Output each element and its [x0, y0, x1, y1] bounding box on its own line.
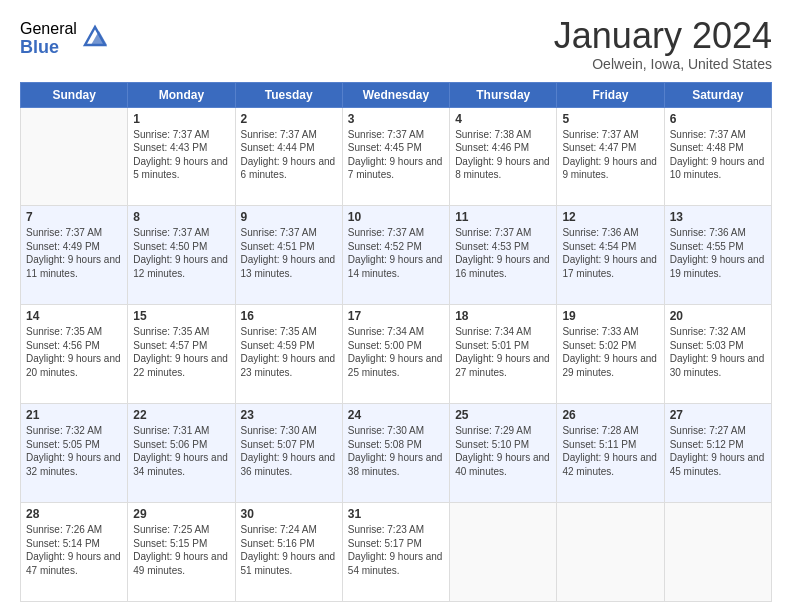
calendar-cell: 13Sunrise: 7:36 AMSunset: 4:55 PMDayligh…	[664, 206, 771, 305]
calendar-header-thursday: Thursday	[450, 82, 557, 107]
logo-blue: Blue	[20, 38, 77, 58]
calendar-cell: 22Sunrise: 7:31 AMSunset: 5:06 PMDayligh…	[128, 404, 235, 503]
day-info: Sunrise: 7:34 AMSunset: 5:00 PMDaylight:…	[348, 325, 444, 379]
calendar-cell: 19Sunrise: 7:33 AMSunset: 5:02 PMDayligh…	[557, 305, 664, 404]
calendar-cell: 26Sunrise: 7:28 AMSunset: 5:11 PMDayligh…	[557, 404, 664, 503]
day-number: 23	[241, 408, 337, 422]
day-info: Sunrise: 7:23 AMSunset: 5:17 PMDaylight:…	[348, 523, 444, 577]
subtitle: Oelwein, Iowa, United States	[554, 56, 772, 72]
day-number: 21	[26, 408, 122, 422]
day-number: 19	[562, 309, 658, 323]
day-info: Sunrise: 7:24 AMSunset: 5:16 PMDaylight:…	[241, 523, 337, 577]
day-info: Sunrise: 7:37 AMSunset: 4:49 PMDaylight:…	[26, 226, 122, 280]
calendar-cell	[664, 503, 771, 602]
day-info: Sunrise: 7:37 AMSunset: 4:47 PMDaylight:…	[562, 128, 658, 182]
calendar-week-row: 28Sunrise: 7:26 AMSunset: 5:14 PMDayligh…	[21, 503, 772, 602]
header: General Blue January 2024 Oelwein, Iowa,…	[20, 16, 772, 72]
day-info: Sunrise: 7:35 AMSunset: 4:57 PMDaylight:…	[133, 325, 229, 379]
day-number: 12	[562, 210, 658, 224]
day-number: 29	[133, 507, 229, 521]
calendar-cell: 7Sunrise: 7:37 AMSunset: 4:49 PMDaylight…	[21, 206, 128, 305]
calendar-cell	[557, 503, 664, 602]
calendar-cell	[450, 503, 557, 602]
calendar-cell: 12Sunrise: 7:36 AMSunset: 4:54 PMDayligh…	[557, 206, 664, 305]
day-number: 31	[348, 507, 444, 521]
main-title: January 2024	[554, 16, 772, 56]
calendar-cell: 14Sunrise: 7:35 AMSunset: 4:56 PMDayligh…	[21, 305, 128, 404]
calendar-cell: 18Sunrise: 7:34 AMSunset: 5:01 PMDayligh…	[450, 305, 557, 404]
calendar-cell: 10Sunrise: 7:37 AMSunset: 4:52 PMDayligh…	[342, 206, 449, 305]
title-block: January 2024 Oelwein, Iowa, United State…	[554, 16, 772, 72]
day-number: 18	[455, 309, 551, 323]
day-number: 30	[241, 507, 337, 521]
calendar-week-row: 21Sunrise: 7:32 AMSunset: 5:05 PMDayligh…	[21, 404, 772, 503]
calendar-header-saturday: Saturday	[664, 82, 771, 107]
day-number: 14	[26, 309, 122, 323]
day-number: 11	[455, 210, 551, 224]
day-number: 13	[670, 210, 766, 224]
calendar-cell: 31Sunrise: 7:23 AMSunset: 5:17 PMDayligh…	[342, 503, 449, 602]
day-number: 20	[670, 309, 766, 323]
day-number: 17	[348, 309, 444, 323]
day-number: 26	[562, 408, 658, 422]
calendar-cell: 17Sunrise: 7:34 AMSunset: 5:00 PMDayligh…	[342, 305, 449, 404]
calendar-cell: 3Sunrise: 7:37 AMSunset: 4:45 PMDaylight…	[342, 107, 449, 206]
day-number: 4	[455, 112, 551, 126]
day-number: 24	[348, 408, 444, 422]
day-info: Sunrise: 7:26 AMSunset: 5:14 PMDaylight:…	[26, 523, 122, 577]
day-number: 25	[455, 408, 551, 422]
day-number: 16	[241, 309, 337, 323]
calendar-week-row: 14Sunrise: 7:35 AMSunset: 4:56 PMDayligh…	[21, 305, 772, 404]
calendar-cell: 15Sunrise: 7:35 AMSunset: 4:57 PMDayligh…	[128, 305, 235, 404]
day-info: Sunrise: 7:38 AMSunset: 4:46 PMDaylight:…	[455, 128, 551, 182]
day-info: Sunrise: 7:33 AMSunset: 5:02 PMDaylight:…	[562, 325, 658, 379]
logo-general: General	[20, 20, 77, 38]
calendar-cell: 1Sunrise: 7:37 AMSunset: 4:43 PMDaylight…	[128, 107, 235, 206]
day-number: 3	[348, 112, 444, 126]
calendar-header-wednesday: Wednesday	[342, 82, 449, 107]
day-info: Sunrise: 7:34 AMSunset: 5:01 PMDaylight:…	[455, 325, 551, 379]
calendar-header-monday: Monday	[128, 82, 235, 107]
calendar-header-row: SundayMondayTuesdayWednesdayThursdayFrid…	[21, 82, 772, 107]
day-info: Sunrise: 7:36 AMSunset: 4:55 PMDaylight:…	[670, 226, 766, 280]
day-info: Sunrise: 7:37 AMSunset: 4:52 PMDaylight:…	[348, 226, 444, 280]
day-number: 10	[348, 210, 444, 224]
calendar-cell: 2Sunrise: 7:37 AMSunset: 4:44 PMDaylight…	[235, 107, 342, 206]
calendar-week-row: 7Sunrise: 7:37 AMSunset: 4:49 PMDaylight…	[21, 206, 772, 305]
day-info: Sunrise: 7:37 AMSunset: 4:53 PMDaylight:…	[455, 226, 551, 280]
calendar-cell: 30Sunrise: 7:24 AMSunset: 5:16 PMDayligh…	[235, 503, 342, 602]
day-info: Sunrise: 7:36 AMSunset: 4:54 PMDaylight:…	[562, 226, 658, 280]
calendar-cell: 4Sunrise: 7:38 AMSunset: 4:46 PMDaylight…	[450, 107, 557, 206]
day-info: Sunrise: 7:32 AMSunset: 5:05 PMDaylight:…	[26, 424, 122, 478]
calendar: SundayMondayTuesdayWednesdayThursdayFrid…	[20, 82, 772, 602]
calendar-cell: 9Sunrise: 7:37 AMSunset: 4:51 PMDaylight…	[235, 206, 342, 305]
day-info: Sunrise: 7:35 AMSunset: 4:59 PMDaylight:…	[241, 325, 337, 379]
day-number: 1	[133, 112, 229, 126]
logo-text: General Blue	[20, 20, 77, 57]
day-number: 22	[133, 408, 229, 422]
day-info: Sunrise: 7:30 AMSunset: 5:07 PMDaylight:…	[241, 424, 337, 478]
day-info: Sunrise: 7:29 AMSunset: 5:10 PMDaylight:…	[455, 424, 551, 478]
day-info: Sunrise: 7:31 AMSunset: 5:06 PMDaylight:…	[133, 424, 229, 478]
logo-icon	[81, 23, 109, 51]
calendar-cell: 8Sunrise: 7:37 AMSunset: 4:50 PMDaylight…	[128, 206, 235, 305]
calendar-header-tuesday: Tuesday	[235, 82, 342, 107]
calendar-header-sunday: Sunday	[21, 82, 128, 107]
day-info: Sunrise: 7:37 AMSunset: 4:51 PMDaylight:…	[241, 226, 337, 280]
day-number: 27	[670, 408, 766, 422]
day-info: Sunrise: 7:32 AMSunset: 5:03 PMDaylight:…	[670, 325, 766, 379]
calendar-cell: 11Sunrise: 7:37 AMSunset: 4:53 PMDayligh…	[450, 206, 557, 305]
day-info: Sunrise: 7:35 AMSunset: 4:56 PMDaylight:…	[26, 325, 122, 379]
day-number: 8	[133, 210, 229, 224]
day-number: 2	[241, 112, 337, 126]
calendar-cell: 25Sunrise: 7:29 AMSunset: 5:10 PMDayligh…	[450, 404, 557, 503]
day-info: Sunrise: 7:37 AMSunset: 4:43 PMDaylight:…	[133, 128, 229, 182]
calendar-week-row: 1Sunrise: 7:37 AMSunset: 4:43 PMDaylight…	[21, 107, 772, 206]
day-number: 5	[562, 112, 658, 126]
day-info: Sunrise: 7:37 AMSunset: 4:50 PMDaylight:…	[133, 226, 229, 280]
calendar-cell: 27Sunrise: 7:27 AMSunset: 5:12 PMDayligh…	[664, 404, 771, 503]
calendar-cell: 6Sunrise: 7:37 AMSunset: 4:48 PMDaylight…	[664, 107, 771, 206]
day-info: Sunrise: 7:25 AMSunset: 5:15 PMDaylight:…	[133, 523, 229, 577]
day-number: 15	[133, 309, 229, 323]
logo: General Blue	[20, 20, 109, 57]
